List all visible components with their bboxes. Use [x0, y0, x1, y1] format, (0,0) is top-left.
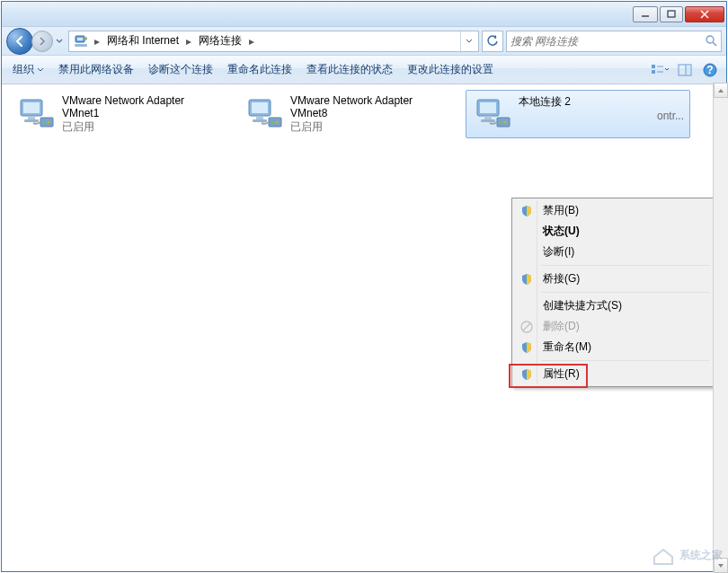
- svg-rect-27: [252, 102, 268, 113]
- ctx-status[interactable]: 状态(U): [514, 221, 711, 242]
- svg-rect-5: [77, 38, 83, 40]
- ctx-diagnose[interactable]: 诊断(I): [514, 242, 711, 262]
- breadcrumb[interactable]: ▸ 网络和 Internet ▸ 网络连接 ▸: [68, 31, 479, 52]
- svg-point-8: [706, 36, 714, 43]
- svg-point-39: [504, 121, 507, 124]
- conn-status: 已启用: [290, 119, 457, 135]
- ctx-create-shortcut[interactable]: 创建快捷方式(S): [514, 295, 711, 316]
- conn-subtitle: VMnet1: [62, 107, 229, 119]
- tb-view-status[interactable]: 查看此连接的状态: [299, 57, 400, 83]
- shield-icon: [519, 204, 534, 218]
- svg-rect-16: [687, 66, 690, 74]
- delete-disabled-icon: [519, 320, 534, 334]
- conn-subtitle: VMnet8: [290, 107, 457, 119]
- breadcrumb-dropdown[interactable]: [460, 31, 476, 51]
- svg-rect-36: [481, 119, 495, 122]
- view-options-button[interactable]: [647, 59, 672, 81]
- separator: [541, 265, 709, 266]
- svg-rect-10: [652, 65, 655, 68]
- svg-rect-23: [40, 118, 53, 127]
- tb-rename[interactable]: 重命名此连接: [220, 57, 299, 83]
- svg-rect-21: [28, 116, 35, 119]
- svg-rect-34: [480, 102, 496, 113]
- connection-item-selected[interactable]: 本地连接 2 ontr...: [466, 90, 690, 138]
- svg-point-7: [84, 37, 87, 40]
- toolbar: 组织 禁用此网络设备 诊断这个连接 重命名此连接 查看此连接的状态 更改此连接的…: [2, 56, 726, 84]
- svg-line-41: [523, 323, 530, 331]
- svg-rect-1: [668, 11, 675, 17]
- svg-rect-22: [24, 119, 39, 122]
- maximize-button[interactable]: [660, 6, 683, 22]
- breadcrumb-seg-network[interactable]: 网络和 Internet: [103, 31, 182, 51]
- scroll-up-button[interactable]: [714, 83, 728, 98]
- explorer-window: ▸ 网络和 Internet ▸ 网络连接 ▸ 组织 禁用此网络设备 诊断这个连…: [1, 1, 727, 572]
- tb-disable-device[interactable]: 禁用此网络设备: [51, 57, 141, 83]
- breadcrumb-arrow-icon[interactable]: ▸: [245, 31, 258, 51]
- ctx-bridge[interactable]: 桥接(G): [514, 269, 711, 289]
- separator: [541, 360, 709, 361]
- scroll-down-button[interactable]: [714, 558, 728, 573]
- ctx-delete: 删除(D): [514, 316, 711, 337]
- connection-item[interactable]: VMware Network Adapter VMnet8 已启用: [237, 90, 462, 138]
- svg-rect-11: [652, 70, 655, 74]
- ctx-rename[interactable]: 重命名(M): [514, 337, 711, 357]
- close-button[interactable]: [685, 6, 724, 22]
- shield-icon: [519, 340, 534, 355]
- separator: [541, 292, 709, 293]
- refresh-button[interactable]: [482, 31, 503, 52]
- conn-title: 本地连接 2: [519, 94, 686, 110]
- svg-rect-37: [497, 118, 510, 127]
- ctx-properties[interactable]: 属性(R): [514, 364, 711, 384]
- shield-icon: [519, 272, 534, 286]
- svg-line-9: [713, 42, 716, 46]
- addressbar: ▸ 网络和 Internet ▸ 网络连接 ▸: [2, 27, 726, 56]
- titlebar: [2, 2, 726, 27]
- svg-point-24: [43, 121, 46, 124]
- conn-status: ontr...: [519, 110, 686, 122]
- forward-button[interactable]: [31, 31, 53, 52]
- breadcrumb-arrow-icon[interactable]: ▸: [91, 31, 103, 51]
- nav-history-dropdown[interactable]: [53, 31, 66, 51]
- preview-pane-button[interactable]: [672, 59, 697, 81]
- svg-point-32: [276, 121, 279, 124]
- svg-rect-20: [23, 102, 40, 113]
- conn-title: VMware Network Adapter: [290, 94, 457, 107]
- network-adapter-icon: [470, 93, 513, 136]
- svg-rect-30: [269, 118, 281, 127]
- tb-organize[interactable]: 组织: [5, 57, 51, 83]
- content-area: VMware Network Adapter VMnet1 已启用 VMware…: [2, 84, 726, 571]
- search-box[interactable]: [506, 31, 722, 52]
- context-menu: 禁用(B) 状态(U) 诊断(I) 桥接(G) 创建快捷方式(S) 删除(D) …: [511, 198, 714, 387]
- back-button[interactable]: [6, 28, 33, 55]
- breadcrumb-arrow-icon[interactable]: ▸: [182, 31, 195, 51]
- network-adapter-icon: [242, 93, 285, 136]
- svg-text:?: ?: [706, 64, 713, 76]
- svg-point-25: [48, 121, 50, 124]
- svg-rect-6: [75, 44, 87, 47]
- network-icon: [73, 34, 89, 48]
- shield-icon: [519, 367, 534, 382]
- svg-point-31: [271, 121, 274, 124]
- ctx-disable[interactable]: 禁用(B): [514, 200, 711, 221]
- svg-rect-35: [484, 116, 492, 119]
- search-icon[interactable]: [705, 35, 717, 48]
- svg-rect-29: [253, 119, 267, 122]
- conn-title: VMware Network Adapter: [62, 94, 229, 107]
- scrollbar-vertical[interactable]: [713, 83, 728, 573]
- connection-item[interactable]: VMware Network Adapter VMnet1 已启用: [9, 90, 234, 138]
- minimize-button[interactable]: [633, 6, 658, 22]
- svg-point-38: [500, 121, 502, 124]
- svg-rect-28: [256, 116, 263, 119]
- help-button[interactable]: ?: [697, 59, 723, 81]
- breadcrumb-seg-connections[interactable]: 网络连接: [195, 31, 245, 51]
- tb-change-settings[interactable]: 更改此连接的设置: [400, 57, 501, 83]
- search-input[interactable]: [510, 35, 705, 48]
- network-adapter-icon: [13, 93, 57, 136]
- tb-diagnose[interactable]: 诊断这个连接: [141, 57, 220, 83]
- conn-status: 已启用: [62, 119, 229, 135]
